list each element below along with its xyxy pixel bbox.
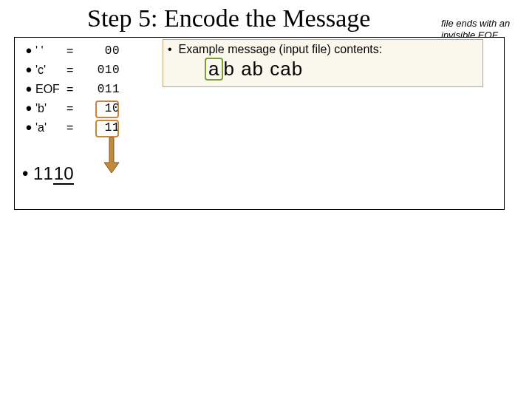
code-symbol: 'a': [35, 121, 66, 134]
bullet-icon: •: [168, 43, 172, 55]
encoded-underlined: 10: [53, 163, 75, 185]
code-row-c: • 'c' = 010: [22, 61, 155, 80]
code-symbol: EOF: [35, 83, 66, 96]
equals: =: [66, 121, 83, 134]
code-row-a: • 'a' = 11: [22, 118, 155, 137]
highlight-bits-b: [95, 100, 119, 118]
equals: =: [66, 83, 83, 96]
bullet-icon: •: [22, 46, 35, 56]
bullet-icon: •: [22, 84, 35, 95]
encoded-prefix: 11: [33, 163, 53, 183]
code-table: • ' ' = 00 • 'c' = 010 • EOF = 011 • 'b'…: [22, 41, 155, 137]
arrow-down-icon: [102, 137, 121, 173]
code-bits: 00: [83, 44, 120, 58]
example-message: ab ab cab: [168, 56, 478, 81]
code-row-eof: • EOF = 011: [22, 80, 155, 99]
example-message-rest: b ab cab: [223, 58, 303, 80]
code-bits: 010: [83, 64, 120, 77]
equals: =: [66, 102, 83, 115]
code-symbol: 'b': [35, 102, 66, 115]
bullet-icon: •: [22, 163, 28, 183]
example-header-text: Example message (input file) contents:: [179, 43, 383, 55]
bullet-icon: •: [22, 123, 35, 133]
code-row-b: • 'b' = 10: [22, 99, 155, 118]
bullet-icon: •: [22, 65, 35, 75]
encoded-result: • 1110: [22, 163, 74, 184]
code-symbol: ' ': [35, 44, 66, 58]
equals: =: [66, 64, 83, 77]
highlight-first-char: a: [205, 58, 223, 81]
bullet-icon: •: [22, 103, 35, 114]
content-frame: • ' ' = 00 • 'c' = 010 • EOF = 011 • 'b'…: [14, 37, 505, 210]
equals: =: [66, 44, 83, 58]
example-box: • Example message (input file) contents:…: [163, 39, 483, 87]
code-symbol: 'c': [35, 64, 66, 77]
example-header: • Example message (input file) contents:: [168, 43, 478, 56]
slide-title: Step 5: Encode the Message: [87, 4, 370, 33]
code-bits: 011: [83, 83, 120, 96]
highlight-bits-a: [95, 120, 119, 137]
code-row-space: • ' ' = 00: [22, 41, 155, 61]
